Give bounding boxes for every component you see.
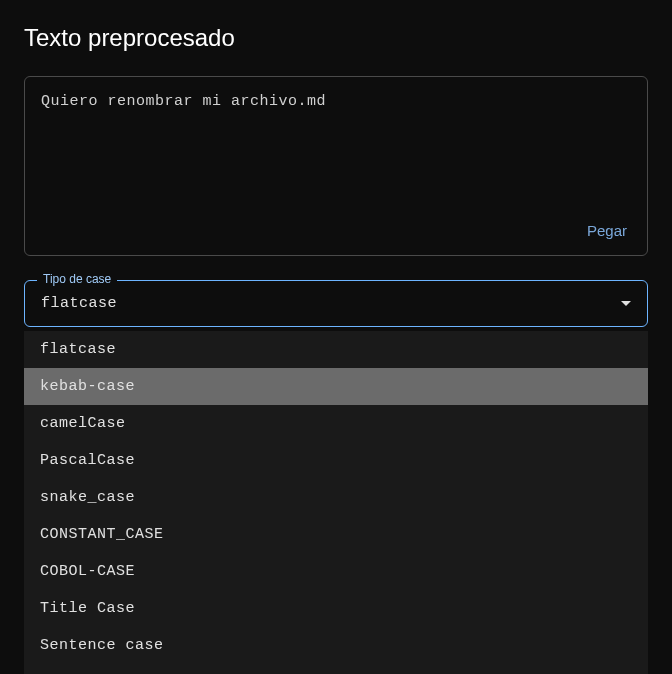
dropdown-option[interactable]: Sentence case: [24, 627, 648, 664]
dropdown-option[interactable]: PascalCase: [24, 442, 648, 479]
dropdown-option[interactable]: camelCase: [24, 405, 648, 442]
dropdown-option[interactable]: COBOL-CASE: [24, 553, 648, 590]
text-input-area[interactable]: Quiero renombrar mi archivo.md Pegar: [24, 76, 648, 256]
dropdown-option[interactable]: Title Case: [24, 590, 648, 627]
text-input-value: Quiero renombrar mi archivo.md: [41, 93, 631, 110]
paste-button[interactable]: Pegar: [587, 222, 627, 239]
select-current-value: flatcase: [41, 295, 117, 312]
page-title: Texto preprocesado: [24, 24, 648, 52]
select-field-label: Tipo de case: [37, 272, 117, 286]
dropdown-option[interactable]: Train-Case: [24, 664, 648, 674]
dropdown-option[interactable]: kebab-case: [24, 368, 648, 405]
chevron-down-icon: [621, 301, 631, 306]
dropdown-option[interactable]: snake_case: [24, 479, 648, 516]
dropdown-option[interactable]: flatcase: [24, 331, 648, 368]
case-type-select[interactable]: Tipo de case flatcase: [24, 280, 648, 327]
dropdown-menu: flatcasekebab-casecamelCasePascalCasesna…: [24, 331, 648, 674]
dropdown-option[interactable]: CONSTANT_CASE: [24, 516, 648, 553]
